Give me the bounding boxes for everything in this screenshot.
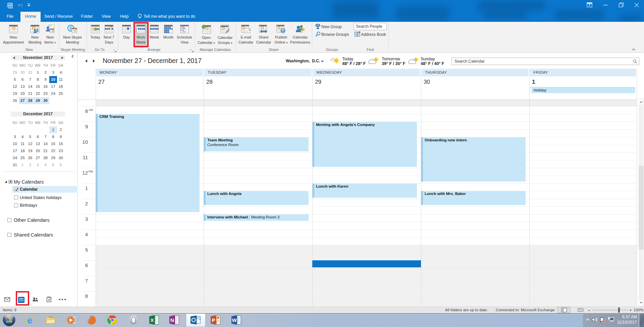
svg-text:P: P <box>212 317 215 323</box>
svg-text:N: N <box>170 317 174 323</box>
svg-text:W: W <box>232 317 237 323</box>
svg-text:X: X <box>150 317 154 323</box>
